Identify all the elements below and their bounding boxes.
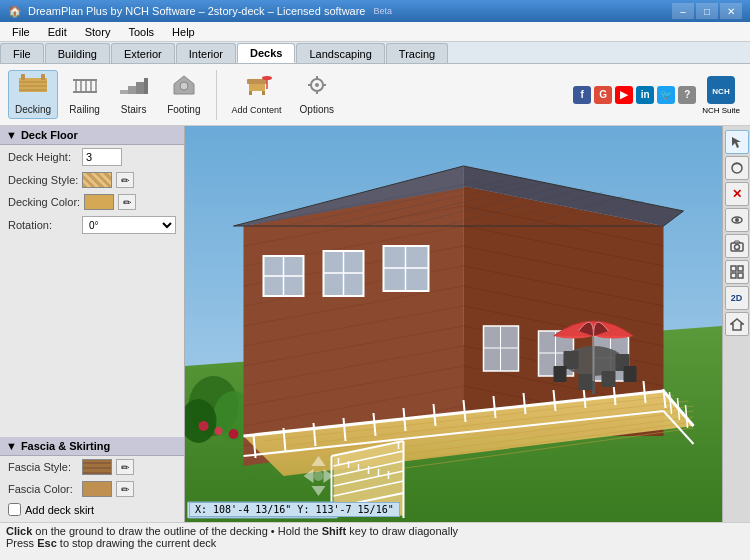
svg-rect-150: [579, 374, 593, 390]
googleplus-icon[interactable]: G: [594, 86, 612, 104]
add-content-label: Add Content: [232, 105, 282, 115]
add-deck-skirt-checkbox[interactable]: [8, 503, 21, 516]
svg-marker-170: [731, 319, 743, 330]
viewport[interactable]: X: 108'-4 13/16" Y: 113'-7 15/16" X: 108…: [185, 126, 722, 522]
fascia-style-swatch[interactable]: [82, 459, 112, 475]
svg-rect-19: [249, 83, 265, 91]
svg-point-40: [229, 429, 239, 439]
toolbar-footing[interactable]: Footing: [160, 70, 207, 119]
linkedin-icon[interactable]: in: [636, 86, 654, 104]
status-line1-text: on the ground to draw the outline of the…: [35, 525, 321, 537]
facebook-icon[interactable]: f: [573, 86, 591, 104]
deck-floor-title: Deck Floor: [21, 129, 78, 141]
svg-rect-20: [249, 91, 252, 95]
rotation-label: Rotation:: [8, 219, 78, 231]
decking-color-swatch[interactable]: [84, 194, 114, 210]
deck-height-row: Deck Height:: [0, 145, 184, 169]
toolbar-divider: [216, 70, 217, 120]
rt-2d-button[interactable]: 2D: [725, 286, 749, 310]
toolbar-decking[interactable]: Decking: [8, 70, 58, 119]
svg-rect-14: [128, 86, 136, 94]
statusbar: Click on the ground to draw the outline …: [0, 522, 750, 560]
tab-file[interactable]: File: [0, 43, 44, 63]
toolbar-stairs[interactable]: Stairs: [111, 70, 156, 119]
status-line2-suffix: to stop drawing the current deck: [60, 537, 217, 549]
fascia-style-label: Fascia Style:: [8, 461, 78, 473]
menu-help[interactable]: Help: [164, 23, 203, 41]
minimize-button[interactable]: –: [672, 3, 694, 19]
decking-color-edit[interactable]: ✏: [118, 194, 136, 210]
menu-story[interactable]: Story: [77, 23, 119, 41]
panel-spacer: [0, 237, 184, 437]
deck-floor-header[interactable]: ▼ Deck Floor: [0, 126, 184, 145]
toolbar-add-content[interactable]: Add Content: [225, 71, 289, 119]
options-icon: [303, 74, 331, 102]
svg-rect-152: [554, 366, 567, 382]
svg-rect-21: [262, 91, 265, 95]
toolbar: Decking Railing Stairs: [0, 64, 750, 126]
titlebar-controls: – □ ✕: [672, 3, 742, 19]
menu-edit[interactable]: Edit: [40, 23, 75, 41]
fascia-color-swatch[interactable]: [82, 481, 112, 497]
menu-file[interactable]: File: [4, 23, 38, 41]
rt-grid-button[interactable]: [725, 260, 749, 284]
titlebar: 🏠 DreamPlan Plus by NCH Software – 2stor…: [0, 0, 750, 22]
tab-landscaping[interactable]: Landscaping: [296, 43, 384, 63]
help-icon[interactable]: ?: [678, 86, 696, 104]
rotation-select[interactable]: 0° 45° 90°: [82, 216, 176, 234]
nch-suite-button[interactable]: NCH NCH Suite: [700, 72, 742, 117]
toolbar-railing[interactable]: Railing: [62, 70, 107, 119]
decking-color-label: Decking Color:: [8, 196, 80, 208]
fascia-collapse-icon: ▼: [6, 440, 17, 452]
svg-rect-151: [602, 371, 616, 387]
fascia-style-edit[interactable]: ✏: [116, 459, 134, 475]
tab-tracing[interactable]: Tracing: [386, 43, 448, 63]
stairs-label: Stairs: [121, 104, 147, 115]
tab-decks[interactable]: Decks: [237, 43, 295, 63]
rt-camera-button[interactable]: [725, 234, 749, 258]
railing-icon: [71, 74, 99, 102]
tab-building[interactable]: Building: [45, 43, 110, 63]
rt-house-button[interactable]: [725, 312, 749, 336]
rt-pointer-button[interactable]: [725, 130, 749, 154]
status-line1: Click on the ground to draw the outline …: [6, 525, 744, 537]
decking-color-row: Decking Color: ✏: [0, 191, 184, 213]
close-button[interactable]: ✕: [720, 3, 742, 19]
fascia-color-edit[interactable]: ✏: [116, 481, 134, 497]
add-content-icon: [241, 75, 273, 103]
fascia-header[interactable]: ▼ Fascia & Skirting: [0, 437, 184, 456]
railing-label: Railing: [69, 104, 100, 115]
footing-icon: [170, 74, 198, 102]
rt-orbit-button[interactable]: [725, 156, 749, 180]
decking-style-edit[interactable]: ✏: [116, 172, 134, 188]
svg-point-165: [734, 245, 739, 250]
rt-eye-button[interactable]: [725, 208, 749, 232]
svg-rect-15: [136, 82, 144, 94]
options-label: Options: [300, 104, 334, 115]
twitter-icon[interactable]: 🐦: [657, 86, 675, 104]
svg-point-159: [314, 471, 324, 481]
status-line2: Press Esc to stop drawing the current de…: [6, 537, 744, 549]
tab-exterior[interactable]: Exterior: [111, 43, 175, 63]
svg-point-24: [262, 76, 272, 80]
youtube-icon[interactable]: ▶: [615, 86, 633, 104]
coord-x: X: 108'-4 13/16": [195, 504, 291, 515]
deck-height-input[interactable]: [82, 148, 122, 166]
fascia-style-row: Fascia Style: ✏: [0, 456, 184, 478]
tab-interior[interactable]: Interior: [176, 43, 236, 63]
coord-y: Y: 113'-7 15/16": [297, 504, 393, 515]
rt-close-button[interactable]: ✕: [725, 182, 749, 206]
svg-rect-16: [144, 78, 148, 94]
svg-point-39: [215, 427, 223, 435]
decking-icon: [19, 74, 47, 102]
viewport-scene: X: 108'-4 13/16" Y: 113'-7 15/16": [185, 126, 722, 522]
menu-tools[interactable]: Tools: [120, 23, 162, 41]
decking-style-swatch[interactable]: [82, 172, 112, 188]
maximize-button[interactable]: □: [696, 3, 718, 19]
skirt-style-row: Skirt Style: ✏: [0, 519, 184, 522]
left-panel: ▼ Deck Floor Deck Height: Decking Style:…: [0, 126, 185, 522]
svg-point-26: [315, 83, 319, 87]
main-area: ▼ Deck Floor Deck Height: Decking Style:…: [0, 126, 750, 522]
toolbar-options[interactable]: Options: [293, 70, 341, 119]
toolbar-right: f G ▶ in 🐦 ? NCH NCH Suite: [573, 72, 742, 117]
